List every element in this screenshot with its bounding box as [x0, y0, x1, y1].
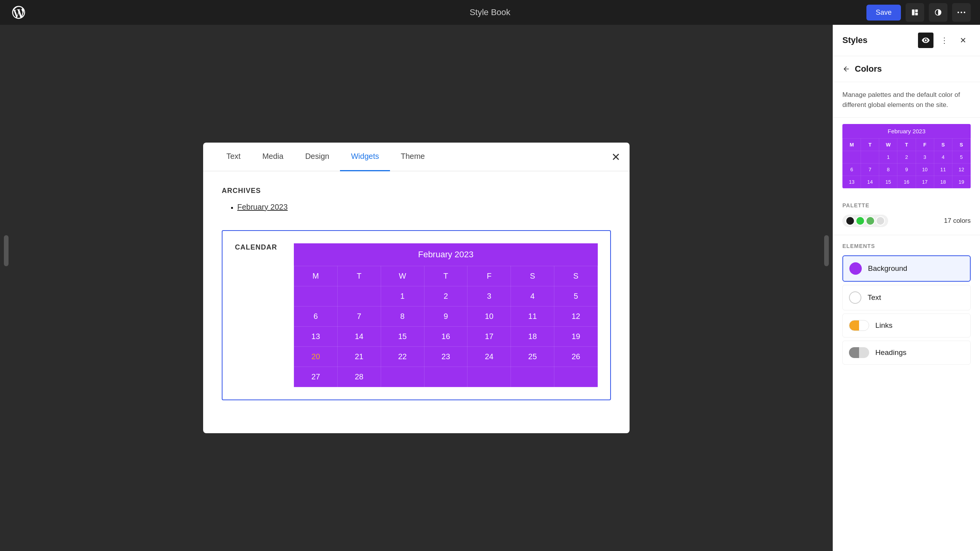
mini-calendar-caption: February 2023	[842, 124, 971, 138]
table-cell	[861, 151, 879, 164]
save-button[interactable]: Save	[866, 5, 901, 21]
table-cell: 9	[897, 164, 916, 176]
table-cell: 13	[843, 176, 861, 188]
svg-rect-0	[912, 10, 915, 15]
main-area: Text Media Design Widgets Theme ✕ ARCHIV…	[0, 25, 980, 551]
tabs-header: Text Media Design Widgets Theme ✕	[203, 143, 630, 171]
sidebar-header-icons: ⋮ ✕	[918, 33, 971, 48]
svg-rect-2	[915, 13, 918, 15]
element-row-text[interactable]: Text	[842, 285, 971, 310]
table-cell	[843, 151, 861, 164]
table-header: M	[294, 266, 338, 286]
menu-button[interactable]: ⋮	[937, 33, 952, 48]
page-title: Style Book	[469, 7, 510, 17]
topbar-left	[9, 3, 28, 22]
svg-point-6	[964, 12, 965, 13]
table-cell: 16	[897, 176, 916, 188]
calendar-table-wrapper: February 2023 M T W T F S S	[294, 243, 598, 387]
table-cell empty	[381, 367, 424, 387]
contrast-toggle-button[interactable]	[929, 3, 947, 22]
element-name-text: Text	[868, 293, 881, 302]
table-cell: 14	[861, 176, 879, 188]
color-swatch	[845, 216, 855, 226]
palette-label: PALETTE	[842, 202, 971, 208]
colors-heading: Colors	[855, 64, 882, 74]
color-swatch	[866, 216, 875, 226]
table-cell: 21	[337, 347, 381, 367]
table-cell: 15	[381, 327, 424, 347]
table-cell empty	[511, 367, 554, 387]
table-cell: 11	[511, 306, 554, 327]
table-header: M	[843, 139, 861, 151]
table-cell: 24	[468, 347, 511, 367]
palette-section: PALETTE 17 colors	[833, 195, 980, 235]
table-header: S	[511, 266, 554, 286]
table-cell: 15	[879, 176, 897, 188]
table-cell: 26	[554, 347, 598, 367]
table-row: 13 14 15 16 17 18 19	[843, 176, 971, 188]
element-row-headings[interactable]: Headings	[842, 341, 971, 365]
table-cell: 28	[337, 367, 381, 387]
table-cell-today: 20	[294, 347, 338, 367]
palette-swatches	[842, 215, 888, 227]
mini-calendar-table: February 2023 M T W T F S S	[842, 124, 971, 188]
table-header: S	[554, 266, 598, 286]
wordpress-logo[interactable]	[9, 3, 28, 22]
table-row: 20 21 22 23 24 25 26	[294, 347, 598, 367]
table-cell: 14	[337, 327, 381, 347]
close-button[interactable]: ✕	[611, 150, 620, 163]
table-cell: 8	[879, 164, 897, 176]
table-cell: 18	[934, 176, 952, 188]
tab-text[interactable]: Text	[216, 143, 252, 171]
table-row: 1 2 3 4 5	[843, 151, 971, 164]
color-swatch	[876, 216, 885, 226]
scroll-handle-left	[4, 235, 9, 266]
palette-row: 17 colors	[842, 215, 971, 227]
table-cell	[294, 286, 338, 306]
calendar-label: CALENDAR	[235, 243, 281, 251]
element-color-dot	[849, 262, 862, 275]
table-cell empty	[424, 367, 468, 387]
archive-link[interactable]: February 2023	[237, 203, 288, 211]
tab-design[interactable]: Design	[294, 143, 340, 171]
table-cell: 19	[952, 176, 970, 188]
table-cell: 25	[511, 347, 554, 367]
layout-toggle-button[interactable]	[906, 3, 924, 22]
table-header: W	[879, 139, 897, 151]
element-row-links[interactable]: Links	[842, 313, 971, 337]
eye-button[interactable]	[918, 33, 933, 48]
sidebar-title: Styles	[842, 35, 868, 45]
headings-toggle-icon	[849, 347, 869, 358]
archives-label: ARCHIVES	[222, 187, 611, 195]
table-cell: 3	[916, 151, 934, 164]
table-cell: 12	[952, 164, 970, 176]
topbar: Style Book Save	[0, 0, 980, 25]
table-header: S	[952, 139, 970, 151]
calendar-table: February 2023 M T W T F S S	[294, 243, 598, 387]
sidebar-header: Styles ⋮ ✕	[833, 25, 980, 56]
element-row-background[interactable]: Background	[842, 255, 971, 282]
element-name-links: Links	[875, 321, 892, 330]
close-sidebar-button[interactable]: ✕	[955, 33, 971, 48]
table-cell: 7	[861, 164, 879, 176]
table-cell: 12	[554, 306, 598, 327]
archives-list: February 2023	[222, 203, 611, 212]
table-cell: 22	[381, 347, 424, 367]
topbar-right: Save	[866, 3, 971, 22]
mini-calendar-preview: February 2023 M T W T F S S	[842, 124, 971, 188]
table-cell: 1	[879, 151, 897, 164]
table-cell: 10	[916, 164, 934, 176]
table-cell: 3	[468, 286, 511, 306]
table-cell empty	[468, 367, 511, 387]
more-options-button[interactable]	[952, 3, 971, 22]
table-cell: 6	[843, 164, 861, 176]
back-button[interactable]	[842, 65, 850, 73]
table-row: M T W T F S S	[294, 266, 598, 286]
tab-theme[interactable]: Theme	[390, 143, 436, 171]
table-header: F	[916, 139, 934, 151]
table-cell	[337, 286, 381, 306]
tab-media[interactable]: Media	[252, 143, 294, 171]
table-row: M T W T F S S	[843, 139, 971, 151]
table-cell: 2	[424, 286, 468, 306]
tab-widgets[interactable]: Widgets	[340, 143, 390, 171]
